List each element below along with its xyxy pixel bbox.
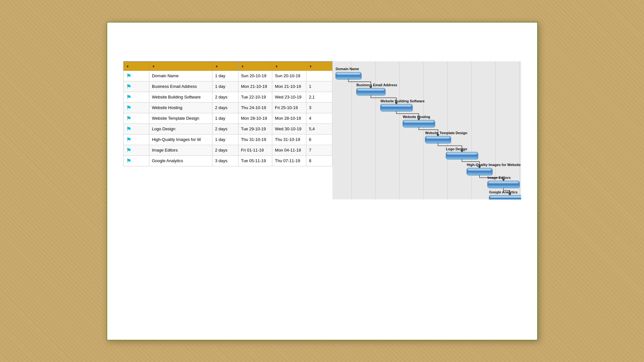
svg-rect-36	[468, 169, 491, 171]
cell-task-name: Website Building Software	[149, 92, 212, 102]
cell-start: Mon 21-10-19	[238, 81, 272, 92]
svg-text:Image Editors: Image Editors	[487, 175, 510, 179]
cell-task-name: Image Editors	[149, 145, 212, 155]
cell-icon: ⚑	[123, 102, 149, 113]
cell-icon: ⚑	[123, 81, 149, 92]
table-section: ▼ ▼ ▼ ▼	[123, 61, 332, 200]
cell-task-name: Website Template Design	[149, 113, 212, 124]
cell-icon: ⚑	[123, 134, 149, 145]
svg-rect-12	[337, 73, 360, 75]
svg-text:Logo Design: Logo Design	[446, 147, 467, 151]
cell-task-name: High-Quality Images for W	[149, 134, 212, 145]
cell-start: Sun 20-10-19	[238, 70, 272, 81]
chart-section: Domain NameBusiness Email AddressWebsite…	[332, 61, 521, 200]
cell-finish: Thu 31-10-19	[272, 134, 306, 145]
slide-container: ▼ ▼ ▼ ▼	[107, 22, 538, 340]
cell-predecessors: 4	[306, 113, 332, 124]
cell-finish: Wed 23-10-19	[272, 92, 306, 102]
cell-finish: Thu 07-11-19	[272, 155, 306, 166]
svg-rect-28	[426, 136, 450, 138]
th-task-name[interactable]: ▼	[149, 61, 212, 70]
th-duration[interactable]: ▼	[212, 61, 238, 70]
cell-duration: 1 day	[212, 113, 238, 124]
cell-finish: Sun 20-10-19	[272, 70, 306, 81]
table-row: ⚑ Logo Design 2 days Tue 29-10-19 Wed 30…	[123, 124, 332, 134]
table-row: ⚑ Business Email Address 1 day Mon 21-10…	[123, 81, 332, 92]
cell-duration: 1 day	[212, 70, 238, 81]
cell-finish: Mon 04-11-19	[272, 145, 306, 155]
svg-text:Domain Name: Domain Name	[335, 67, 359, 71]
cell-duration: 2 days	[212, 102, 238, 113]
svg-text:Business Email Address: Business Email Address	[356, 83, 397, 87]
cell-duration: 2 days	[212, 124, 238, 134]
cell-start: Tue 05-11-19	[238, 155, 272, 166]
cell-task-name: Business Email Address	[149, 81, 212, 92]
svg-text:High-Quality Images for Websit: High-Quality Images for Website	[467, 163, 521, 167]
th-finish[interactable]: ▼	[272, 61, 306, 70]
cell-duration: 2 days	[212, 92, 238, 102]
cpm-chart: Domain NameBusiness Email AddressWebsite…	[332, 61, 521, 200]
th-predecessors[interactable]: ▼	[306, 61, 332, 70]
cell-predecessors: 5,4	[306, 124, 332, 134]
svg-text:Website Building Software: Website Building Software	[380, 99, 424, 103]
cell-start: Tue 29-10-19	[238, 124, 272, 134]
cell-duration: 1 day	[212, 81, 238, 92]
cell-finish: Wed 30-10-19	[272, 124, 306, 134]
cell-icon: ⚑	[123, 113, 149, 124]
svg-rect-44	[490, 196, 521, 198]
cell-finish: Mon 28-10-19	[272, 113, 306, 124]
gantt-table: ▼ ▼ ▼ ▼	[123, 61, 332, 166]
cell-duration: 3 days	[212, 155, 238, 166]
cell-task-name: Domain Name	[149, 70, 212, 81]
cell-task-name: Website Hosting	[149, 102, 212, 113]
svg-rect-40	[489, 181, 518, 183]
table-row: ⚑ Domain Name 1 day Sun 20-10-19 Sun 20-…	[123, 70, 332, 81]
svg-rect-16	[358, 88, 384, 90]
svg-rect-20	[381, 105, 411, 107]
cell-predecessors: 3	[306, 102, 332, 113]
table-row: ⚑ Website Template Design 1 day Mon 28-1…	[123, 113, 332, 124]
cell-predecessors: 1	[306, 81, 332, 92]
cell-icon: ⚑	[123, 70, 149, 81]
cell-finish: Mon 21-10-19	[272, 81, 306, 92]
cell-predecessors	[306, 70, 332, 81]
cell-predecessors: 7	[306, 145, 332, 155]
cell-task-name: Logo Design	[149, 124, 212, 134]
cell-icon: ⚑	[123, 145, 149, 155]
cell-start: Thu 24-10-19	[238, 102, 272, 113]
svg-text:Website Template Design: Website Template Design	[425, 131, 467, 135]
cell-start: Mon 28-10-19	[238, 113, 272, 124]
th-start[interactable]: ▼	[238, 61, 272, 70]
th-task-mode[interactable]: ▼	[123, 61, 149, 70]
cell-start: Fri 01-11-19	[238, 145, 272, 155]
svg-text:Google Analytics: Google Analytics	[489, 190, 518, 194]
table-row: ⚑ High-Quality Images for W 1 day Thu 31…	[123, 134, 332, 145]
cell-predecessors: 2,1	[306, 92, 332, 102]
cell-start: Thu 31-10-19	[238, 134, 272, 145]
cell-duration: 1 day	[212, 134, 238, 145]
svg-text:Website Hosting: Website Hosting	[403, 115, 430, 119]
cell-icon: ⚑	[123, 92, 149, 102]
cell-duration: 2 days	[212, 145, 238, 155]
table-row: ⚑ Website Hosting 2 days Thu 24-10-19 Fr…	[123, 102, 332, 113]
svg-rect-32	[447, 153, 476, 154]
svg-rect-24	[404, 121, 433, 123]
cell-predecessors: 6	[306, 134, 332, 145]
table-row: ⚑ Google Analytics 3 days Tue 05-11-19 T…	[123, 155, 332, 166]
cell-finish: Fri 25-10-19	[272, 102, 306, 113]
cell-predecessors: 8	[306, 155, 332, 166]
table-row: ⚑ Image Editors 2 days Fri 01-11-19 Mon …	[123, 145, 332, 155]
cell-task-name: Google Analytics	[149, 155, 212, 166]
table-row: ⚑ Website Building Software 2 days Tue 2…	[123, 92, 332, 102]
cell-icon: ⚑	[123, 124, 149, 134]
cell-icon: ⚑	[123, 155, 149, 166]
cell-start: Tue 22-10-19	[238, 92, 272, 102]
content-area: ▼ ▼ ▼ ▼	[123, 61, 521, 200]
